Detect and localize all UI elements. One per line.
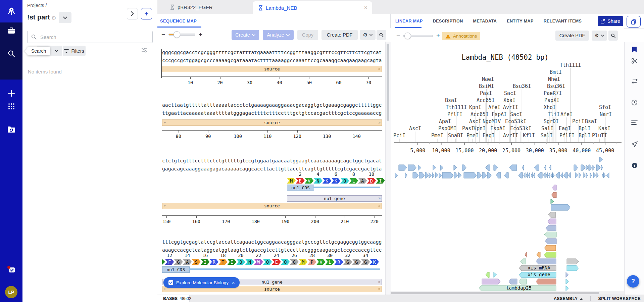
gene-arrow[interactable] [405,172,407,178]
create-button[interactable]: Create [232,30,259,40]
find-in-sequence-button[interactable] [377,30,386,40]
align-lines-icon[interactable] [625,120,644,125]
gene-arrow[interactable] [458,172,461,178]
zoom-slider[interactable] [403,35,433,37]
enzyme-label-Tth111I[interactable]: Tth111I [446,104,467,110]
enzyme-label-BplI[interactable]: BplI [579,133,591,139]
feature-arrow[interactable] [544,252,556,257]
close-tab-icon[interactable]: × [364,4,367,11]
gene-arrow[interactable] [543,172,545,178]
gene-arrow[interactable] [486,165,490,170]
aa-residue-E[interactable]: E [296,178,305,184]
gene-arrow[interactable] [522,165,524,170]
gene-arrow[interactable] [579,172,581,178]
aa-residue-F[interactable]: F [165,259,174,265]
app-logo[interactable] [0,0,22,22]
user-avatar[interactable]: LP [5,286,17,298]
enzyme-label-SgrDI[interactable]: SgrDI [544,118,559,124]
sequence-top-strand[interactable]: gggcggcgacctcgcgggttttcgctatttatgaaaattt… [162,49,382,55]
gene-arrow[interactable] [574,165,578,170]
gene-arrow[interactable] [429,172,432,178]
sequence-map-canvas[interactable]: gggcggcgacctcgcgggttttcgctatttatgaaaattt… [157,42,385,295]
enzyme-label-PflFI[interactable]: PflFI [447,111,462,117]
enzyme-label-NarI[interactable]: NarI [600,111,612,117]
apps-grid-icon[interactable] [0,103,22,110]
aa-residue-I[interactable]: I [228,259,237,265]
enzyme-label-Acc65I[interactable]: Acc65I [470,111,489,117]
gene-arrow[interactable] [533,172,535,178]
gene-arrow[interactable] [482,172,487,178]
gene-arrow[interactable] [560,172,563,178]
aa-residue-K[interactable]: K [331,178,340,184]
aa-residue-R[interactable]: R [210,259,219,265]
feature-arrow[interactable] [521,259,526,264]
enzyme-label-BsaI[interactable]: BsaI [585,118,597,124]
gene-arrow[interactable] [604,172,605,178]
enzyme-label-PciI[interactable]: PciI [572,118,584,124]
sequence-bottom-strand[interactable]: cccgccgctggagcgcccaaaagcgataaatacttttaaa… [162,57,382,63]
zoom-in-button[interactable]: + [199,31,202,38]
gene-arrow[interactable] [589,165,592,170]
enzyme-label-AfeI[interactable]: AfeI [560,111,573,117]
gene-arrow[interactable] [454,165,457,170]
assembly-toggle[interactable]: ASSEMBLY [554,296,583,301]
aa-residue-Q[interactable]: Q [340,178,349,184]
gene-arrow[interactable] [586,165,588,170]
enzyme-label-SacI[interactable]: SacI [510,111,522,117]
enzyme-label-SfoI[interactable]: SfoI [599,104,611,110]
enzyme-label-EagI[interactable]: EagI [559,125,571,132]
gene-arrow[interactable] [563,172,567,178]
cds-feature-line[interactable] [313,187,380,188]
tab-metadata[interactable]: METADATA [473,19,497,23]
gene-arrow[interactable] [432,172,434,178]
gene-arrow[interactable] [601,165,603,170]
gene-arrow[interactable] [487,172,491,178]
feature-arrow[interactable] [551,192,556,198]
gene-arrow[interactable] [413,172,418,178]
document-tab-Lambda_NEB[interactable]: Lambda_NEB× [253,1,372,14]
enzyme-label-EagI[interactable]: EagI [483,133,495,139]
enzyme-label-SacI[interactable]: SacI [504,90,516,96]
gene-arrow[interactable] [509,165,517,170]
gene-arrow[interactable] [399,165,407,170]
gene-feature-band[interactable]: nu1 gene» [287,195,382,202]
gene-arrow[interactable] [526,172,528,178]
enzyme-label-PmeI[interactable]: PmeI [431,133,443,139]
gene-arrow[interactable] [551,172,553,178]
aa-residue-I[interactable]: I [376,178,385,184]
scrollbar-thumb[interactable] [391,292,599,294]
aa-residue-L[interactable]: L [326,259,335,265]
enzyme-label-ApaI[interactable]: ApaI [439,118,451,124]
enzyme-label-PaeR7I[interactable]: PaeR7I [544,90,562,96]
filters-button[interactable]: Filters [63,46,86,56]
gene-arrow[interactable] [596,165,600,170]
sequence-top-strand[interactable]: tttcggtgcgagtatccgtaccattcagaactggcaggaa… [162,239,382,245]
enzyme-label-NaeI[interactable]: NaeI [482,76,494,82]
linear-map-canvas[interactable]: Lambda_NEB (48502 bp)Tth111IBmtINaeINheI… [390,42,624,291]
close-icon[interactable]: × [232,280,235,286]
cds-feature-label[interactable]: nu1 CDS [287,185,314,191]
folder-sync-icon[interactable] [0,125,22,134]
navigate-plane-icon[interactable] [625,141,644,147]
gene-arrow[interactable] [593,165,595,170]
document-tab-pBR322_EGFR[interactable]: pBR322_EGFR [164,0,235,14]
aa-residue-V[interactable]: V [316,259,326,265]
analyze-button[interactable]: Analyze [263,30,294,40]
bookmark-icon[interactable] [625,46,644,53]
aa-residue-A[interactable]: A [183,259,192,265]
aa-residue-N[interactable]: N [313,178,323,184]
gene-arrow[interactable] [584,172,585,178]
aa-residue-M[interactable]: M [299,259,308,265]
gene-arrow[interactable] [548,172,550,178]
gene-arrow[interactable] [504,172,508,178]
feature-arrow[interactable] [548,219,556,224]
enzyme-label-Bsu36I[interactable]: Bsu36I [547,83,565,89]
copy-link-button[interactable] [627,16,641,28]
tab-entity-map[interactable]: ENTITY MAP [507,19,533,23]
gene-arrow[interactable] [568,172,571,178]
gene-arrow[interactable] [454,172,458,178]
feature-arrow[interactable] [494,272,497,278]
settings-gear-button[interactable]: ⚙ [592,31,607,41]
feature-arrow[interactable] [567,259,579,264]
enzyme-label-SnaBI[interactable]: SnaBI [448,133,463,139]
